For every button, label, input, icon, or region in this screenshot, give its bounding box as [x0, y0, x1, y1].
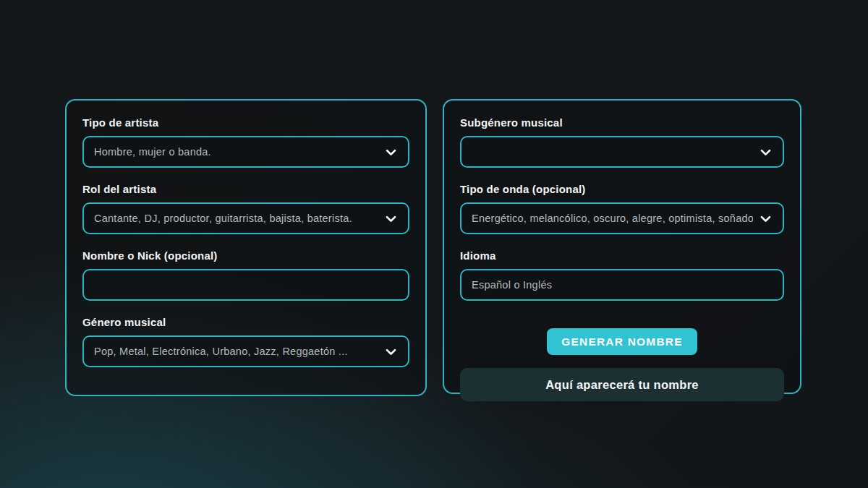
tipo-de-artista-select[interactable]: Hombre, mujer o banda.: [82, 136, 409, 168]
tipo-de-artista-placeholder: Hombre, mujer o banda.: [94, 146, 378, 158]
subgenero-musical-label: Subgénero musical: [460, 116, 784, 129]
genero-musical-select[interactable]: Pop, Metal, Electrónica, Urbano, Jazz, R…: [82, 335, 409, 367]
rol-del-artista-placeholder: Cantante, DJ, productor, guitarrista, ba…: [94, 213, 378, 224]
rol-del-artista-label: Rol del artista: [82, 183, 409, 196]
genero-musical-label: Género musical: [82, 316, 409, 329]
tipo-de-artista-label: Tipo de artista: [82, 116, 409, 129]
nombre-nick-input[interactable]: [82, 269, 409, 301]
idioma-label: Idioma: [460, 249, 784, 262]
result-placeholder: Aquí aparecerá tu nombre: [460, 368, 784, 401]
tipo-de-onda-label: Tipo de onda (opcional): [460, 183, 784, 196]
tipo-de-onda-select[interactable]: Energético, melancólico, oscuro, alegre,…: [460, 202, 784, 234]
generar-nombre-button[interactable]: GENERAR NOMBRE: [547, 328, 697, 355]
tipo-de-onda-placeholder: Energético, melancólico, oscuro, alegre,…: [472, 213, 753, 224]
rol-del-artista-select[interactable]: Cantante, DJ, productor, guitarrista, ba…: [82, 202, 409, 234]
genero-musical-placeholder: Pop, Metal, Electrónica, Urbano, Jazz, R…: [94, 346, 378, 357]
chevron-down-icon: [759, 212, 773, 226]
chevron-down-icon: [759, 145, 773, 159]
chevron-down-icon: [384, 145, 398, 159]
chevron-down-icon: [384, 212, 398, 226]
generator-card: Subgénero musical Tipo de onda (opcional…: [443, 99, 801, 394]
idioma-input[interactable]: [460, 269, 784, 301]
artist-form-card: Tipo de artista Hombre, mujer o banda. R…: [65, 99, 427, 396]
nombre-nick-label: Nombre o Nick (opcional): [82, 249, 409, 262]
subgenero-musical-select[interactable]: [460, 136, 784, 168]
chevron-down-icon: [384, 345, 398, 359]
